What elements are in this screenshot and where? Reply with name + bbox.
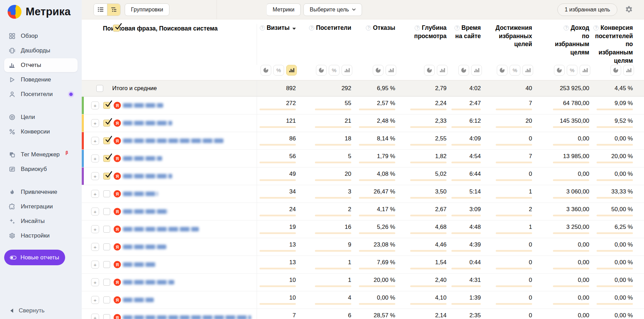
expand-row-button[interactable]: +: [91, 119, 99, 127]
bar-chart-button[interactable]: [471, 65, 482, 76]
help-icon[interactable]: ?: [455, 25, 460, 31]
help-icon[interactable]: ?: [260, 25, 265, 31]
app-logo[interactable]: Метрика: [0, 0, 82, 19]
expand-row-button[interactable]: +: [91, 137, 99, 145]
column-header-time[interactable]: ?Времяна сайте: [449, 24, 484, 65]
row-checkbox[interactable]: [103, 155, 110, 162]
sidebar-item-acquisition[interactable]: Привлечение: [4, 185, 78, 199]
search-phrase-link[interactable]: [123, 245, 166, 249]
expand-row-button[interactable]: +: [91, 278, 99, 286]
sidebar-item-reports[interactable]: Отчеты: [4, 58, 78, 72]
select-goal-dropdown[interactable]: Выберите цель: [303, 3, 362, 16]
percent-chart-button[interactable]: %: [567, 65, 577, 76]
row-checkbox[interactable]: [103, 279, 110, 286]
pie-chart-button[interactable]: [554, 65, 565, 76]
sidebar-item-behavior[interactable]: Поведение: [4, 73, 78, 87]
search-phrase-link[interactable]: [123, 227, 199, 232]
search-phrase-link[interactable]: [123, 139, 223, 143]
pie-chart-button[interactable]: [610, 65, 621, 76]
expand-row-button[interactable]: +: [91, 155, 99, 163]
row-checkbox[interactable]: [103, 261, 110, 268]
pie-chart-button[interactable]: [497, 65, 508, 76]
bar-chart-button[interactable]: [342, 65, 352, 76]
expand-row-button[interactable]: +: [91, 208, 99, 216]
new-reports-toggle[interactable]: Новые отчеты: [4, 250, 65, 265]
expand-row-button[interactable]: +: [91, 261, 99, 269]
sidebar-item-goals[interactable]: Цели: [4, 110, 78, 124]
percent-chart-button[interactable]: %: [329, 65, 339, 76]
search-phrase-link[interactable]: [123, 174, 172, 179]
row-checkbox[interactable]: [103, 120, 110, 127]
expand-row-button[interactable]: +: [91, 243, 99, 251]
search-phrase-link[interactable]: [123, 192, 158, 196]
totals-checkbox[interactable]: [96, 85, 103, 92]
sidebar-item-tag-manager[interactable]: Тег Менеджерβ: [4, 148, 78, 162]
favorite-goal-pill[interactable]: 1 избранная цель: [557, 3, 617, 16]
sidebar-item-integrations[interactable]: Интеграции: [4, 200, 78, 214]
search-phrase-link[interactable]: [123, 316, 251, 319]
select-all-checkbox[interactable]: [113, 25, 120, 32]
bar-chart-button[interactable]: [437, 65, 448, 76]
pie-chart-button[interactable]: [424, 65, 435, 76]
row-checkbox[interactable]: [103, 314, 110, 319]
sidebar-item-dashboards[interactable]: Дашборды: [4, 44, 78, 58]
column-header-bounce[interactable]: ?Отказы: [354, 24, 398, 65]
expand-row-button[interactable]: +: [91, 172, 99, 180]
pie-chart-button[interactable]: [458, 65, 469, 76]
bar-chart-button[interactable]: [623, 65, 634, 76]
search-phrase-link[interactable]: [123, 156, 162, 161]
sidebar-item-conversions[interactable]: Конверсии: [4, 125, 78, 139]
search-phrase-link[interactable]: [123, 298, 154, 302]
column-header-conversion[interactable]: ?Конверсияпосетителейпоизбраннымцелям: [592, 24, 636, 65]
column-header-label: Посетители: [316, 24, 351, 31]
help-icon[interactable]: ?: [564, 25, 569, 31]
sidebar-item-variocube[interactable]: Вариокуб: [4, 162, 78, 176]
pie-chart-button[interactable]: [316, 65, 327, 76]
tree-view-button[interactable]: [107, 4, 120, 16]
column-header-goal-reach[interactable]: Достиженияизбранныхцелей: [484, 24, 535, 65]
collapse-button[interactable]: Свернуть: [10, 307, 45, 314]
search-phrase-link[interactable]: [123, 262, 156, 267]
row-checkbox[interactable]: [103, 208, 110, 215]
search-phrase-link[interactable]: [123, 121, 172, 126]
row-checkbox[interactable]: [103, 226, 110, 233]
sidebar-item-insights[interactable]: Инсайты: [4, 214, 78, 228]
help-icon[interactable]: ?: [309, 25, 314, 31]
help-icon[interactable]: ?: [415, 25, 420, 31]
expand-row-button[interactable]: +: [91, 314, 99, 319]
help-icon[interactable]: ?: [593, 25, 599, 31]
pie-chart-button[interactable]: [373, 65, 383, 76]
sidebar-item-visitors[interactable]: Посетители: [4, 87, 78, 101]
bar-chart-button[interactable]: [522, 65, 533, 76]
search-phrase-link[interactable]: [123, 280, 174, 285]
expand-row-button[interactable]: +: [91, 225, 99, 233]
row-checkbox[interactable]: [103, 296, 110, 303]
expand-row-button[interactable]: +: [91, 102, 99, 110]
row-checkbox[interactable]: [103, 173, 110, 180]
row-checkbox[interactable]: [103, 102, 110, 109]
sidebar-item-overview[interactable]: Обзор: [4, 29, 78, 43]
settings-gear-icon[interactable]: [625, 6, 633, 14]
row-checkbox[interactable]: [103, 243, 110, 250]
pie-chart-button[interactable]: [261, 65, 271, 76]
row-checkbox[interactable]: [103, 137, 110, 144]
search-phrase-link[interactable]: [123, 209, 168, 214]
expand-row-button[interactable]: +: [91, 296, 99, 304]
list-view-button[interactable]: [94, 4, 107, 16]
bar-chart-button[interactable]: [286, 65, 297, 76]
percent-chart-button[interactable]: %: [273, 65, 284, 76]
metrics-button[interactable]: Метрики: [266, 3, 301, 16]
sidebar-item-settings[interactable]: Настройки: [4, 229, 78, 243]
row-checkbox[interactable]: [103, 190, 110, 197]
expand-row-button[interactable]: +: [91, 190, 99, 198]
column-header-revenue[interactable]: ?Доходпоизбраннымцелям: [535, 24, 592, 65]
search-phrase-link[interactable]: [123, 103, 163, 108]
help-icon[interactable]: ?: [366, 25, 371, 31]
column-header-visits[interactable]: ?Визиты: [257, 24, 299, 65]
column-header-depth[interactable]: ?Глубинапросмотра: [398, 24, 449, 65]
column-header-visitors[interactable]: ?Посетители: [299, 24, 354, 65]
percent-chart-button[interactable]: %: [510, 65, 520, 76]
bar-chart-button[interactable]: [580, 65, 590, 76]
bar-chart-button[interactable]: [386, 65, 396, 76]
groupings-button[interactable]: Группировки: [125, 3, 169, 16]
